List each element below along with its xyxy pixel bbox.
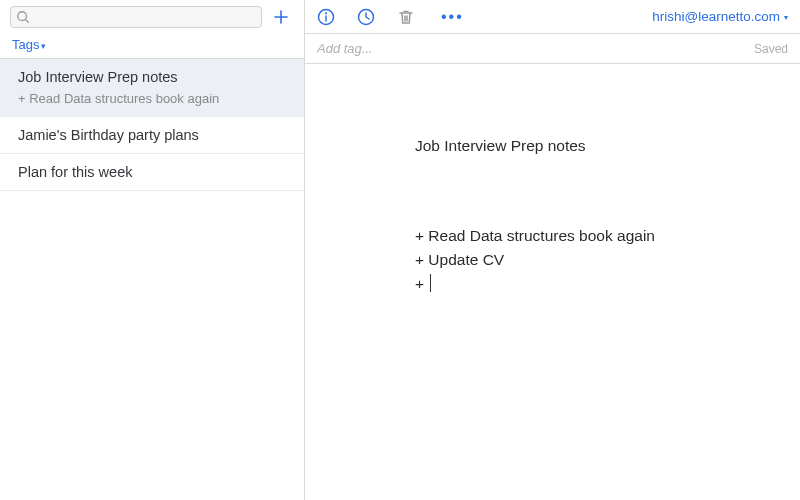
delete-button[interactable] — [397, 8, 415, 26]
history-button[interactable] — [357, 8, 375, 26]
clock-icon — [357, 8, 375, 26]
save-status: Saved — [754, 42, 788, 56]
info-icon — [317, 8, 335, 26]
note-item-title: Jamie's Birthday party plans — [18, 127, 286, 143]
toolbar-icons: ••• — [317, 8, 468, 26]
note-list: Job Interview Prep notes + Read Data str… — [0, 59, 304, 500]
trash-icon — [397, 8, 415, 26]
note-line: + Update CV — [415, 251, 504, 268]
sidebar: Tags▾ Job Interview Prep notes + Read Da… — [0, 0, 305, 500]
svg-line-1 — [26, 20, 29, 23]
tags-filter-row: Tags▾ — [0, 32, 304, 59]
main-pane: ••• hrishi@learnetto.com ▾ Saved Job Int… — [305, 0, 800, 500]
note-body: + Read Data structures book again + Upda… — [415, 224, 690, 296]
account-menu[interactable]: hrishi@learnetto.com ▾ — [652, 9, 788, 24]
note-item[interactable]: Jamie's Birthday party plans — [0, 117, 304, 154]
tags-dropdown[interactable]: Tags▾ — [12, 37, 46, 52]
more-menu-button[interactable]: ••• — [437, 8, 468, 26]
tag-bar: Saved — [305, 34, 800, 64]
note-line: + — [415, 275, 428, 292]
sidebar-topbar — [0, 0, 304, 32]
search-input[interactable] — [10, 6, 262, 28]
note-editor[interactable]: Job Interview Prep notes + Read Data str… — [305, 64, 800, 500]
note-item-preview: + Read Data structures book again — [18, 91, 286, 106]
info-button[interactable] — [317, 8, 335, 26]
caret-down-icon: ▾ — [784, 13, 788, 22]
plus-icon — [273, 9, 289, 25]
text-cursor — [430, 274, 431, 292]
note-item[interactable]: Job Interview Prep notes + Read Data str… — [0, 59, 304, 117]
toolbar: ••• hrishi@learnetto.com ▾ — [305, 0, 800, 34]
note-line: + Read Data structures book again — [415, 227, 655, 244]
note-item-title: Job Interview Prep notes — [18, 69, 286, 85]
caret-down-icon: ▾ — [41, 41, 46, 51]
ellipsis-icon: ••• — [441, 8, 464, 25]
new-note-button[interactable] — [268, 6, 294, 28]
tag-input[interactable] — [317, 41, 754, 56]
note-title-text: Job Interview Prep notes — [415, 134, 690, 158]
search-field-wrap — [10, 6, 262, 28]
search-icon — [16, 10, 30, 24]
note-item-title: Plan for this week — [18, 164, 286, 180]
svg-point-6 — [326, 12, 327, 13]
account-email: hrishi@learnetto.com — [652, 9, 780, 24]
note-item[interactable]: Plan for this week — [0, 154, 304, 191]
tags-label: Tags — [12, 37, 39, 52]
